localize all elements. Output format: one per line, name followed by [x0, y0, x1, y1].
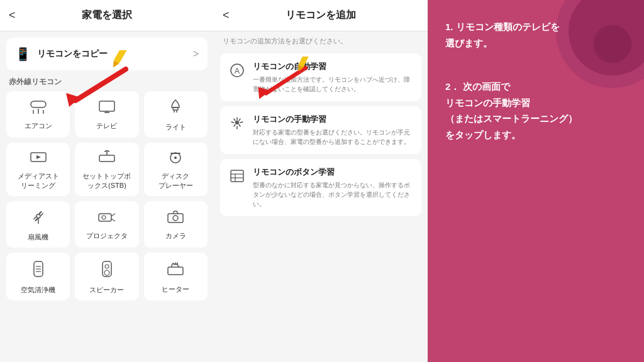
- copy-remote-left: 📱 リモコンをコピー: [15, 47, 108, 62]
- left-panel: < 家電を選択 📱 リモコンをコピー > 赤外線リモコン エアコン: [0, 0, 214, 362]
- device-disc[interactable]: ディスクプレーヤー: [144, 143, 208, 196]
- disc-icon: [167, 150, 184, 168]
- speaker-label: スピーカー: [89, 285, 124, 294]
- svg-point-36: [105, 265, 109, 268]
- copy-remote-row[interactable]: 📱 リモコンをコピー >: [6, 38, 208, 70]
- svg-rect-17: [99, 155, 114, 162]
- step-2-number: 2．: [445, 81, 460, 92]
- svg-rect-25: [99, 214, 111, 221]
- middle-panel-header: < リモコンを追加: [214, 0, 428, 31]
- device-grid: エアコン テレビ ライト メディアストリーミング セットトップボックス(STB): [0, 91, 214, 307]
- svg-point-37: [104, 270, 109, 275]
- button-learning-desc: 型番のなかに対応する家電が見つからない、操作するボタンが少ないなどの場合、ボタン…: [253, 180, 413, 209]
- copy-remote-icon: 📱: [15, 47, 31, 62]
- svg-point-26: [102, 216, 106, 219]
- auto-learning-title: リモコンの自動学習: [253, 61, 413, 72]
- auto-learning-icon: A: [229, 62, 245, 82]
- step-1-text: 1. リモコン種類のテレビを選びます。: [445, 21, 560, 48]
- step-2-text: 2． 次の画面でリモコンの手動学習（またはスマートラーニング）をタップします。: [445, 81, 577, 140]
- svg-point-46: [235, 121, 239, 124]
- button-learning-option[interactable]: リモコンのボタン学習 型番のなかに対応する家電が見つからない、操作するボタンが少…: [220, 159, 421, 216]
- manual-learning-title: リモコンの手動学習: [253, 114, 413, 125]
- svg-rect-47: [231, 170, 243, 182]
- projector-icon: [97, 210, 116, 228]
- section-label-infrared: 赤外線リモコン: [0, 70, 214, 91]
- middle-hint-text: リモコンの追加方法をお選びください。: [214, 31, 428, 51]
- light-icon: [167, 99, 184, 119]
- middle-panel-title: リモコンを追加: [286, 9, 356, 22]
- device-fan[interactable]: 扇風機: [6, 201, 70, 248]
- device-heater[interactable]: ヒーター: [144, 253, 208, 300]
- button-learning-title: リモコンのボタン学習: [253, 167, 413, 178]
- heater-icon: [167, 261, 184, 281]
- step-1-number: 1.: [445, 21, 453, 32]
- stb-icon: [98, 150, 116, 168]
- disc-label: ディスクプレーヤー: [158, 172, 193, 190]
- svg-rect-22: [170, 153, 180, 154]
- auto-learning-content: リモコンの自動学習 一番簡単な追加方法です。リモコンをハブへ近づけ、障害物がない…: [253, 61, 413, 94]
- airpurifier-label: 空気清浄機: [21, 285, 55, 294]
- svg-marker-16: [36, 155, 41, 159]
- device-airpurifier[interactable]: 空気清浄機: [6, 253, 70, 300]
- left-panel-title: 家電を選択: [82, 9, 132, 22]
- tv-icon: [98, 100, 116, 118]
- stb-label: セットトップボックス(STB): [82, 172, 131, 190]
- svg-rect-12: [173, 107, 178, 110]
- middle-panel: < リモコンを追加 リモコンの追加方法をお選びください。 A リモコンの自動学習…: [214, 0, 428, 362]
- button-learning-content: リモコンのボタン学習 型番のなかに対応する家電が見つからない、操作するボタンが少…: [253, 167, 413, 209]
- auto-learning-option[interactable]: A リモコンの自動学習 一番簡単な追加方法です。リモコンをハブへ近づけ、障害物が…: [220, 53, 421, 101]
- svg-rect-5: [31, 101, 46, 107]
- svg-rect-9: [99, 101, 114, 111]
- airpurifier-icon: [31, 260, 45, 282]
- svg-point-23: [36, 214, 40, 218]
- fan-icon: [30, 209, 47, 229]
- manual-learning-desc: 対応する家電の型番をお選びください。リモコンが手元にない場合、家電の型番から追加…: [253, 128, 413, 146]
- svg-line-27: [111, 214, 115, 216]
- copy-remote-label: リモコンをコピー: [37, 48, 108, 60]
- right-panel: 1. リモコン種類のテレビを選びます。 2． 次の画面でリモコンの手動学習（また…: [428, 0, 644, 362]
- left-back-button[interactable]: <: [9, 9, 16, 22]
- device-camera[interactable]: カメラ: [144, 201, 208, 248]
- svg-marker-19: [104, 150, 109, 151]
- device-aircon[interactable]: エアコン: [6, 91, 70, 138]
- tv-label: テレビ: [96, 121, 117, 130]
- svg-rect-35: [103, 261, 111, 277]
- auto-learning-desc: 一番簡単な追加方法です。リモコンをハブへ近づけ、障害物がないことを確認してくださ…: [253, 75, 413, 94]
- device-speaker[interactable]: スピーカー: [75, 253, 138, 300]
- copy-remote-chevron: >: [193, 48, 199, 60]
- camera-icon: [167, 210, 184, 228]
- middle-back-button[interactable]: <: [223, 9, 230, 22]
- aircon-label: エアコン: [25, 121, 52, 130]
- device-tv[interactable]: テレビ: [75, 91, 138, 138]
- device-stb[interactable]: セットトップボックス(STB): [75, 143, 138, 196]
- device-light[interactable]: ライト: [144, 91, 208, 138]
- instruction-step-1: 1. リモコン種類のテレビを選びます。: [445, 19, 626, 51]
- media-label: メディアストリーミング: [18, 172, 59, 190]
- manual-learning-option[interactable]: リモコンの手動学習 対応する家電の型番をお選びください。リモコンが手元にない場合…: [220, 106, 421, 154]
- camera-label: カメラ: [165, 231, 186, 240]
- device-media[interactable]: メディアストリーミング: [6, 143, 70, 196]
- device-projector[interactable]: プロジェクタ: [75, 201, 138, 248]
- aircon-icon: [30, 100, 47, 118]
- left-panel-header: < 家電を選択: [0, 0, 214, 31]
- svg-text:A: A: [235, 67, 240, 75]
- light-label: ライト: [165, 123, 186, 131]
- svg-rect-38: [168, 267, 183, 275]
- svg-rect-29: [168, 214, 183, 222]
- svg-line-28: [111, 219, 115, 221]
- fan-label: 扇風機: [28, 233, 48, 241]
- manual-learning-content: リモコンの手動学習 対応する家電の型番をお選びください。リモコンが手元にない場合…: [253, 114, 413, 146]
- projector-label: プロジェクタ: [86, 231, 128, 240]
- heater-label: ヒーター: [162, 285, 189, 293]
- manual-learning-icon: [229, 115, 245, 135]
- svg-point-30: [173, 216, 178, 221]
- svg-point-21: [174, 156, 177, 159]
- button-learning-icon: [229, 168, 245, 188]
- media-icon: [30, 150, 47, 168]
- instruction-step-2: 2． 次の画面でリモコンの手動学習（またはスマートラーニング）をタップします。: [445, 79, 626, 143]
- speaker-icon: [100, 260, 114, 282]
